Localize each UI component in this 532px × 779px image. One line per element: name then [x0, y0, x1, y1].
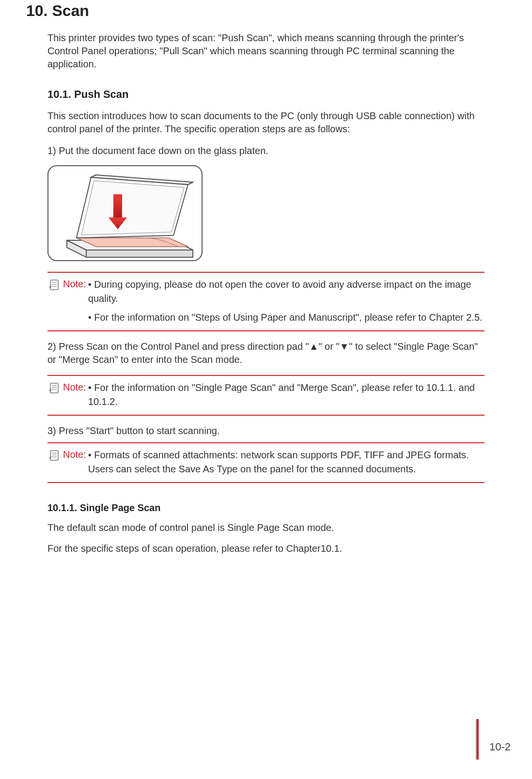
section-10-1-intro: This section introduces how to scan docu…	[47, 109, 485, 136]
note3-line1: • Formats of scanned attachments: networ…	[88, 450, 469, 474]
note-label: Note:	[63, 449, 86, 460]
section-10-1-1-para2: For the specific steps of scan operation…	[47, 542, 485, 555]
page: 10. Scan This printer provides two types…	[0, 0, 532, 779]
svg-marker-3	[86, 250, 193, 257]
note-label: Note:	[63, 382, 86, 393]
note-label: Note:	[63, 279, 86, 290]
note2-line1: • For the information on "Single Page Sc…	[88, 382, 475, 407]
step-3: 3) Press "Start" button to start scannin…	[47, 424, 485, 437]
note-block-1: Note: • During copying, please do not op…	[47, 272, 485, 331]
step-2: 2) Press Scan on the Control Panel and p…	[47, 340, 485, 366]
note-block-3: Note: • Formats of scanned attachments: …	[47, 442, 485, 483]
footer-accent-bar	[476, 719, 479, 760]
note-body: • For the information on "Single Page Sc…	[88, 381, 485, 409]
note-block-2: Note: • For the information on "Single P…	[47, 375, 485, 416]
svg-rect-12	[50, 280, 58, 290]
scanner-illustration	[47, 165, 485, 263]
section-10-1-1-title: 10.1.1. Single Page Scan	[47, 502, 485, 514]
note1-line1: • During copying, please do not open the…	[88, 279, 471, 304]
step-1: 1) Put the document face down on the gla…	[47, 144, 485, 157]
note-icon	[47, 279, 61, 292]
note-icon	[47, 382, 61, 395]
svg-marker-6	[81, 181, 184, 235]
note-icon	[47, 449, 61, 463]
section-10-1-1-para1: The default scan mode of control panel i…	[47, 521, 485, 534]
note-body: • During copying, please do not open the…	[88, 278, 485, 325]
section-10-1-title: 10.1. Push Scan	[47, 88, 485, 101]
chapter-intro: This printer provides two types of scan:…	[47, 31, 485, 71]
note-body: • Formats of scanned attachments: networ…	[88, 448, 485, 476]
page-number: 10-2	[489, 741, 511, 753]
chapter-title: 10. Scan	[26, 0, 485, 20]
svg-rect-10	[113, 194, 122, 218]
svg-rect-16	[50, 383, 58, 393]
scanner-open-lid-icon	[47, 165, 203, 261]
page-footer: 10-2	[476, 734, 511, 760]
svg-rect-20	[50, 451, 58, 460]
note1-line2: • For the information on "Steps of Using…	[88, 311, 485, 325]
